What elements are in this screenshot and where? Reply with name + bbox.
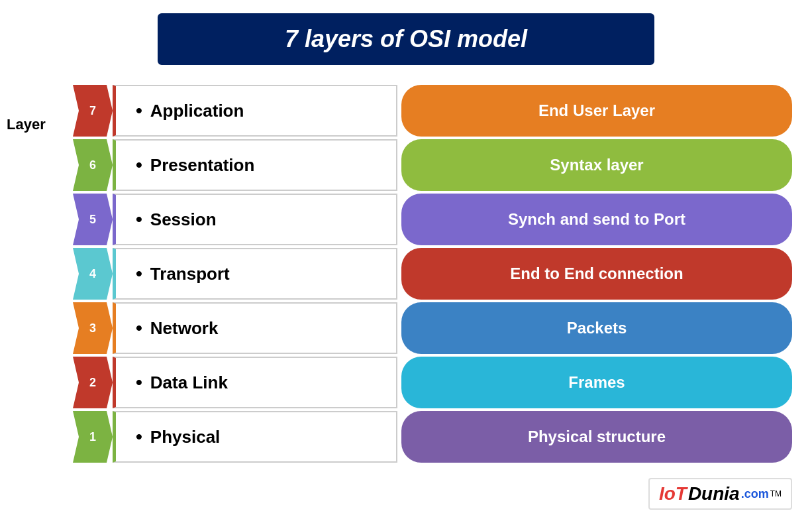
title-box: 7 layers of OSI model bbox=[158, 13, 654, 65]
layer-name-6: Presentation bbox=[150, 155, 255, 176]
layers-area: 7 • Application End User Layer 6 • Prese… bbox=[73, 85, 792, 465]
layer-desc-box-5: Synch and send to Port bbox=[401, 194, 792, 245]
layer-row: 2 • Data Link Frames bbox=[73, 357, 792, 408]
layer-name-box-3: • Network bbox=[113, 302, 397, 354]
layer-number-3: 3 bbox=[73, 302, 113, 354]
logo-dunia: Dunia bbox=[688, 483, 740, 504]
layer-desc-box-7: End User Layer bbox=[401, 85, 792, 137]
layer-label: Layer bbox=[7, 116, 46, 133]
layer-desc-box-1: Physical structure bbox=[401, 411, 792, 463]
layer-row: 3 • Network Packets bbox=[73, 302, 792, 354]
logo-watermark: IoTDunia.comTM bbox=[648, 478, 792, 510]
layer-name-5: Session bbox=[150, 209, 217, 230]
layer-name-3: Network bbox=[150, 318, 219, 339]
bullet-icon: • bbox=[136, 100, 142, 121]
layer-row: 6 • Presentation Syntax layer bbox=[73, 139, 792, 191]
layer-name-7: Application bbox=[150, 101, 244, 121]
bullet-icon: • bbox=[136, 263, 142, 284]
layer-number-2: 2 bbox=[73, 357, 113, 408]
logo-tm: TM bbox=[770, 489, 782, 498]
layer-name-box-5: • Session bbox=[113, 194, 397, 245]
layer-row: 7 • Application End User Layer bbox=[73, 85, 792, 137]
layer-name-box-1: • Physical bbox=[113, 411, 397, 463]
layer-number-5: 5 bbox=[73, 194, 113, 245]
bullet-icon: • bbox=[136, 426, 142, 447]
layer-number-4: 4 bbox=[73, 248, 113, 300]
logo-iot: IoT bbox=[659, 483, 687, 504]
layer-name-4: Transport bbox=[150, 264, 230, 284]
layer-desc-box-2: Frames bbox=[401, 357, 792, 408]
logo-dotcom: .com bbox=[741, 487, 769, 501]
layer-desc-box-6: Syntax layer bbox=[401, 139, 792, 191]
layer-row: 1 • Physical Physical structure bbox=[73, 411, 792, 463]
layer-number-1: 1 bbox=[73, 411, 113, 463]
layer-name-box-2: • Data Link bbox=[113, 357, 397, 408]
layer-name-box-4: • Transport bbox=[113, 248, 397, 300]
layer-name-2: Data Link bbox=[150, 373, 228, 393]
bullet-icon: • bbox=[136, 209, 142, 230]
layer-row: 5 • Session Synch and send to Port bbox=[73, 194, 792, 245]
layer-desc-box-4: End to End connection bbox=[401, 248, 792, 300]
layer-name-box-7: • Application bbox=[113, 85, 397, 137]
layer-number-6: 6 bbox=[73, 139, 113, 191]
page-title: 7 layers of OSI model bbox=[285, 25, 527, 52]
main-container: 7 layers of OSI model Layer 7 • Applicat… bbox=[0, 0, 812, 523]
bullet-icon: • bbox=[136, 318, 142, 339]
layer-name-box-6: • Presentation bbox=[113, 139, 397, 191]
layer-number-7: 7 bbox=[73, 85, 113, 137]
layer-name-1: Physical bbox=[150, 427, 221, 447]
bullet-icon: • bbox=[136, 372, 142, 393]
bullet-icon: • bbox=[136, 154, 142, 176]
layer-row: 4 • Transport End to End connection bbox=[73, 248, 792, 300]
layer-desc-box-3: Packets bbox=[401, 302, 792, 354]
